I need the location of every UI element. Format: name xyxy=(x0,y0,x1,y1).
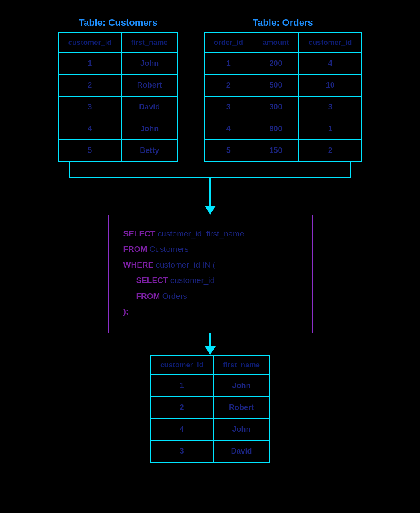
diagram: Table: Customers customer_id first_name … xyxy=(9,17,411,463)
customers-section: Table: Customers customer_id first_name … xyxy=(58,17,178,162)
arrow-head-2 xyxy=(205,346,216,355)
table-row: 3David xyxy=(59,96,178,118)
customers-table: customer_id first_name 1John2Robert3Davi… xyxy=(58,32,178,162)
sql-box: SELECT customer_id, first_name FROM Cust… xyxy=(108,215,313,333)
table-row: 33003 xyxy=(204,96,362,118)
table-row: 3David xyxy=(150,440,270,462)
orders-table: order_id amount customer_id 120042500103… xyxy=(204,32,362,162)
arrow-to-result xyxy=(205,333,216,355)
table-row: 2Robert xyxy=(59,74,178,96)
bracket-connector xyxy=(69,162,351,193)
kw-closing: ); xyxy=(123,307,129,316)
sql-line-4: SELECT customer_id xyxy=(123,274,297,287)
kw-where: WHERE xyxy=(123,260,154,269)
arrow-head-1 xyxy=(205,206,216,215)
orders-col-custid: customer_id xyxy=(299,33,361,53)
orders-section: Table: Orders order_id amount customer_i… xyxy=(204,17,362,162)
kw-select-1: SELECT xyxy=(123,229,156,238)
sql-line-3: WHERE customer_id IN ( xyxy=(123,259,297,271)
table-row: 2Robert xyxy=(150,397,270,419)
table-row: 250010 xyxy=(204,74,362,96)
result-section: customer_id first_name 1John2Robert4John… xyxy=(150,355,270,463)
customers-col-name: first_name xyxy=(121,33,178,53)
bracket-top-line xyxy=(69,162,351,178)
customers-col-id: customer_id xyxy=(59,33,121,53)
table-row: 1John xyxy=(150,375,270,397)
sql-line-2: FROM Customers xyxy=(123,243,297,256)
table-row: 4John xyxy=(59,118,178,140)
kw-from-1: FROM xyxy=(123,245,147,254)
orders-col-orderid: order_id xyxy=(204,33,253,53)
result-col-name: first_name xyxy=(213,355,270,375)
arrow-to-sql xyxy=(205,193,216,215)
kw-from-2: FROM xyxy=(136,292,160,301)
sql-line-1: SELECT customer_id, first_name xyxy=(123,227,297,240)
table-row: 12004 xyxy=(204,53,362,74)
table-row: 48001 xyxy=(204,118,362,140)
tables-row: Table: Customers customer_id first_name … xyxy=(9,17,411,162)
sql-line-6: ); xyxy=(123,305,297,318)
customers-title: Table: Customers xyxy=(79,17,157,28)
orders-col-amount: amount xyxy=(253,33,299,53)
sql-line-5: FROM Orders xyxy=(123,290,297,303)
kw-select-2: SELECT xyxy=(136,276,168,285)
table-row: 1John xyxy=(59,53,178,74)
arrow-shaft-2 xyxy=(209,333,211,346)
table-row: 4John xyxy=(150,419,270,440)
result-table: customer_id first_name 1John2Robert4John… xyxy=(150,355,270,463)
arrow-shaft-1 xyxy=(209,193,211,206)
orders-title: Table: Orders xyxy=(253,17,313,28)
table-row: 51502 xyxy=(204,140,362,162)
table-row: 5Betty xyxy=(59,140,178,162)
bracket-vertical xyxy=(209,178,211,193)
result-col-id: customer_id xyxy=(150,355,213,375)
